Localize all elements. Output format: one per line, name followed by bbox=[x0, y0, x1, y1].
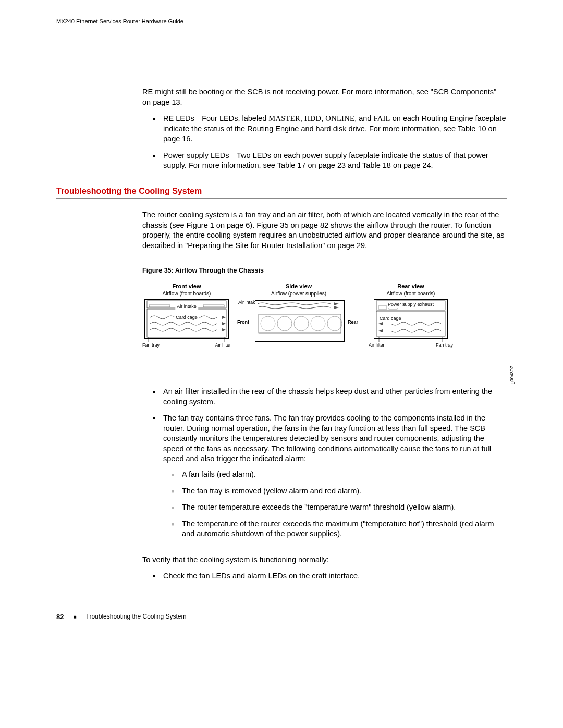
footer-bullet-icon: ■ bbox=[73, 614, 76, 620]
svg-marker-10 bbox=[334, 306, 339, 309]
rear-ps-exhaust-label: Power supply exhaust bbox=[387, 301, 435, 307]
airflow-figure: Front view Airflow (front boards) bbox=[142, 282, 507, 366]
label-online: ONLINE bbox=[325, 114, 354, 122]
svg-rect-1 bbox=[149, 305, 170, 307]
svg-rect-18 bbox=[378, 306, 387, 309]
list-item: An air filter installed in the rear of t… bbox=[161, 387, 507, 407]
list-item: The fan tray is removed (yellow alarm an… bbox=[182, 486, 507, 497]
svg-marker-4 bbox=[222, 316, 226, 319]
list-item: RE LEDs—Four LEDs, labeled MASTER, HDD, … bbox=[161, 114, 507, 144]
label-hdd: HDD bbox=[304, 114, 321, 122]
svg-marker-5 bbox=[222, 322, 226, 325]
section-rule bbox=[56, 198, 507, 199]
rear-view-sub: Airflow (front boards) bbox=[366, 290, 455, 298]
bullet1-text-a: RE LEDs—Four LEDs, labeled bbox=[163, 114, 268, 122]
page-number: 82 bbox=[56, 613, 64, 621]
footer-section-title: Troubleshooting the Cooling System bbox=[86, 613, 187, 620]
figure-id: g004307 bbox=[509, 366, 515, 384]
side-view-title: Side view bbox=[241, 282, 356, 290]
verify-paragraph: To verify that the cooling system is fun… bbox=[142, 555, 507, 565]
svg-point-12 bbox=[277, 316, 292, 331]
front-card-cage-label: Card cage bbox=[174, 314, 199, 320]
running-header: MX240 Ethernet Services Router Hardware … bbox=[56, 18, 507, 24]
rear-view-title: Rear view bbox=[366, 282, 455, 290]
svg-point-11 bbox=[261, 316, 275, 331]
svg-rect-3 bbox=[147, 309, 226, 337]
figure-caption: Figure 35: Airflow Through the Chassis bbox=[142, 266, 507, 275]
svg-marker-22 bbox=[378, 329, 383, 332]
front-view-title: Front view bbox=[142, 282, 231, 290]
cooling-bullet-list: An air filter installed in the rear of t… bbox=[142, 387, 507, 539]
svg-rect-2 bbox=[203, 305, 224, 307]
side-front-label: Front bbox=[237, 319, 249, 325]
svg-point-13 bbox=[294, 316, 309, 331]
front-air-intake-label: Air intake bbox=[175, 303, 198, 310]
list-item: A fan fails (red alarm). bbox=[182, 470, 507, 480]
front-view-sub: Airflow (front boards) bbox=[142, 290, 231, 298]
list-item: The fan tray contains three fans. The fa… bbox=[161, 413, 507, 539]
label-master: MASTER bbox=[268, 114, 300, 122]
continued-paragraph: RE might still be booting or the SCB is … bbox=[142, 87, 507, 107]
list-item: Power supply LEDs—Two LEDs on each power… bbox=[161, 151, 507, 171]
list-item: Check the fan LEDs and alarm LEDs on the… bbox=[161, 571, 507, 582]
section-paragraph: The router cooling system is a fan tray … bbox=[142, 210, 507, 251]
svg-point-14 bbox=[311, 316, 325, 331]
side-view-sub: Airflow (power supplies) bbox=[241, 290, 356, 298]
side-rear-label: Rear bbox=[348, 319, 358, 325]
label-fail: FAIL bbox=[373, 114, 390, 122]
svg-point-15 bbox=[327, 316, 342, 331]
page-footer: 82 ■ Troubleshooting the Cooling System bbox=[56, 613, 507, 621]
verify-bullet-list: Check the fan LEDs and alarm LEDs on the… bbox=[142, 571, 507, 582]
section-heading: Troubleshooting the Cooling System bbox=[56, 187, 507, 196]
list-item: The temperature of the router exceeds th… bbox=[182, 519, 507, 539]
intro-bullet-list: RE LEDs—Four LEDs, labeled MASTER, HDD, … bbox=[142, 114, 507, 171]
svg-marker-9 bbox=[334, 302, 339, 305]
svg-marker-21 bbox=[378, 322, 383, 325]
rear-card-cage-label: Card cage bbox=[378, 315, 402, 322]
alarm-conditions-list: A fan fails (red alarm). The fan tray is… bbox=[163, 470, 507, 539]
list-item: The router temperature exceeds the "temp… bbox=[182, 502, 507, 513]
svg-marker-6 bbox=[222, 328, 226, 331]
